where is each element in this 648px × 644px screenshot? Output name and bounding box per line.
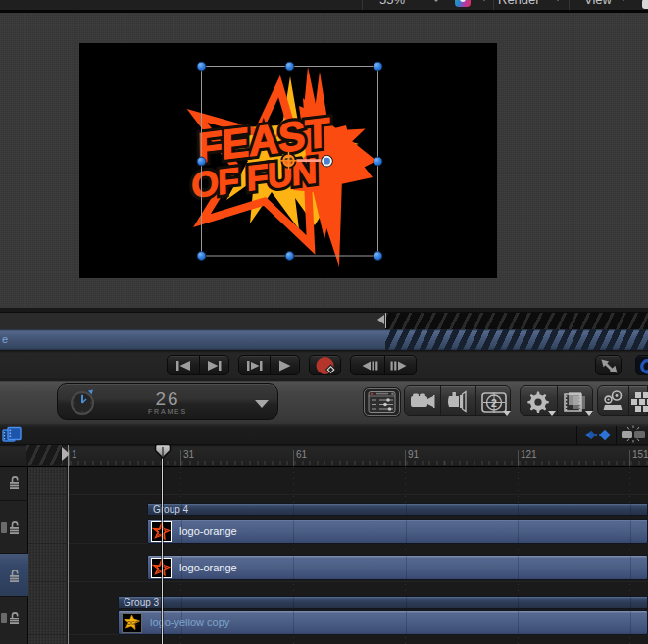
svg-text:LOGO: LOGO (125, 620, 139, 626)
svg-text:2: 2 (491, 397, 497, 409)
